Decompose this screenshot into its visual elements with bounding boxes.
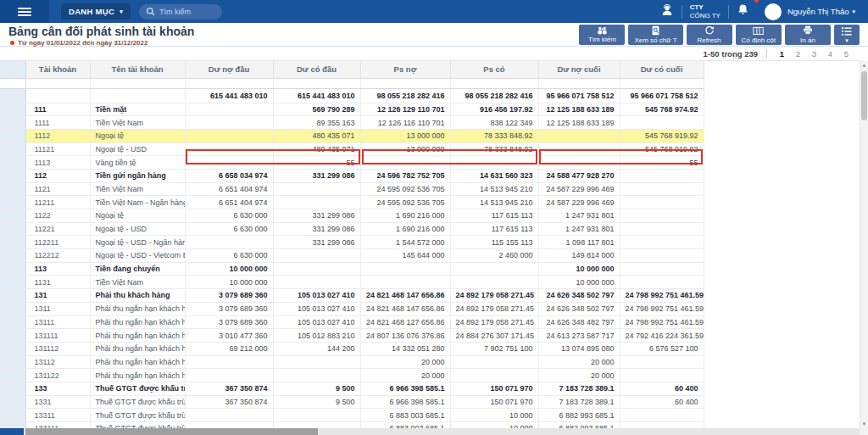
table-row[interactable]: 133111Thuế GTGT được khấu trừ của hàng h… xyxy=(0,422,704,429)
table-row[interactable]: 1131Tiền Việt Nam10 000 00010 000 000 xyxy=(0,276,704,289)
column-header-account[interactable]: Tài khoản xyxy=(25,61,90,78)
table-row[interactable]: 133Thuế GTGT được khấu trừ367 350 8749 5… xyxy=(0,382,704,395)
cell-du-no-cuoi: 1 247 931 801 xyxy=(538,222,620,236)
cell-name: Tiền Việt Nam xyxy=(90,116,185,130)
scrollbar-corner xyxy=(860,428,868,435)
cell-du-no-dau: 3 010 477 360 xyxy=(185,329,273,343)
table-row[interactable]: 1111Tiền Việt Nam89 355 16312 126 116 11… xyxy=(0,116,704,130)
column-header-closing-credit[interactable]: Dư có cuối xyxy=(620,61,704,78)
table-row[interactable]: 131122Phải thu ngắn hạn khách hàng: HĐ đ… xyxy=(0,369,704,382)
cell-du-co-dau xyxy=(273,262,360,276)
table-row[interactable]: 13111Phải thu ngắn hạn khách hàng: hoạt … xyxy=(0,315,704,329)
cell-du-no-dau: 10 000 000 xyxy=(185,262,273,276)
cell-du-co-dau: 89 355 163 xyxy=(273,116,360,130)
page-number[interactable]: 5 xyxy=(840,49,853,59)
cell-ps-no: 13 000 000 xyxy=(360,142,450,156)
page-number[interactable]: 2 xyxy=(792,49,804,59)
table-row[interactable]: 1121Tiền Việt Nam6 651 404 97424 595 092… xyxy=(0,182,704,196)
table-row[interactable]: 1311Phải thu ngắn hạn khách hàng3 079 68… xyxy=(0,302,704,315)
page-number[interactable]: 4 xyxy=(824,49,837,59)
table-row[interactable]: 13311Thuế GTGT được khấu trừ của hàng ho… xyxy=(0,409,704,422)
table-row[interactable]: 112211Ngoại tệ - USD - Ngân hàng...331 2… xyxy=(0,236,704,249)
column-header-account-name[interactable]: Tên tài khoản xyxy=(90,61,185,78)
cell-name: Ngoại tệ - USD - Vietcom Bank xyxy=(90,249,185,263)
cell-du-co-dau: 331 299 086 xyxy=(273,209,360,223)
hamburger-menu-button[interactable] xyxy=(0,0,49,23)
column-header-opening-credit[interactable]: Dư có đầu xyxy=(273,61,360,78)
table-row[interactable]: 1122Ngoại tệ6 630 000331 299 0861 690 21… xyxy=(0,209,704,223)
column-header-closing-debit[interactable]: Dư nợ cuối xyxy=(538,61,620,78)
table-row[interactable]: 1331Thuế GTGT được khấu trừ của hàng hoá… xyxy=(0,395,704,409)
scroll-down-arrow-icon[interactable]: ▼ xyxy=(860,421,868,427)
cell-du-no-cuoi: 24 626 348 502 797 xyxy=(538,289,620,303)
printer-icon xyxy=(803,25,813,36)
cell-name: Thuế GTGT được khấu trừ của hàng hoá dịc… xyxy=(90,395,185,409)
cell-ps-no: 24 595 092 536 705 xyxy=(360,182,450,196)
search-report-button[interactable]: Tìm kiếm xyxy=(579,25,625,45)
table-row[interactable]: 113Tiền đang chuyển10 000 00010 000 000 xyxy=(0,262,704,276)
freeze-columns-button[interactable]: Cố định cột xyxy=(736,25,782,45)
cell-du-no-cuoi: 1 098 117 801 xyxy=(538,236,620,249)
search-input[interactable] xyxy=(159,8,215,16)
cell-du-co-dau: 480 435 071 xyxy=(273,142,360,156)
table-row[interactable]: 11221Ngoại tệ - USD6 630 000331 299 0861… xyxy=(0,222,704,236)
button-label: In ấn xyxy=(800,36,815,44)
button-label: Tìm kiếm xyxy=(588,36,616,43)
table-row[interactable]: 131111Phải thu ngắn hạn khách hàng: HĐ S… xyxy=(0,329,704,343)
cell-du-no-dau xyxy=(185,103,273,116)
table-row[interactable]: 131112Phải thu ngắn hạn khách hàng: HĐ S… xyxy=(0,342,704,355)
global-search-box[interactable] xyxy=(139,4,222,20)
vertical-scrollbar[interactable]: ▲ ▼ xyxy=(860,61,868,428)
scroll-up-arrow-icon[interactable]: ▲ xyxy=(860,63,868,68)
page-number[interactable]: 1 xyxy=(776,49,788,59)
vertical-scrollbar-thumb[interactable] xyxy=(861,71,867,120)
support-button[interactable] xyxy=(653,0,682,23)
user-menu[interactable]: Nguyễn Thị Thảo ▾ xyxy=(757,0,863,23)
table-row[interactable]: 111Tiền mặt569 790 28912 126 129 110 701… xyxy=(0,103,704,116)
horizontal-scrollbar[interactable] xyxy=(24,428,860,435)
column-header-opening-debit[interactable]: Dư nợ đầu xyxy=(185,61,273,78)
table-row[interactable]: 11121Ngoại tệ - USD480 435 07113 000 000… xyxy=(0,142,704,156)
table-row[interactable]: 11211Tiền Việt Nam - Ngân hàng...6 651 4… xyxy=(0,196,704,209)
cell-du-no-dau: 3 079 689 360 xyxy=(185,315,273,329)
view-t-account-button[interactable]: Xem số chữ T xyxy=(628,25,682,45)
cell-du-co-dau: 331 299 086 xyxy=(273,169,360,182)
cell-ps-no: 24 807 136 076 376.86 xyxy=(360,329,450,343)
cell-code: 1131 xyxy=(25,276,90,289)
table-row[interactable]: 131Phải thu khách hàng3 079 689 360105 0… xyxy=(0,289,704,303)
filter-row[interactable] xyxy=(0,78,704,88)
total-debit-movement: 98 055 218 282 416 xyxy=(360,88,450,103)
cell-du-co-cuoi xyxy=(620,262,704,276)
print-button[interactable]: In ấn xyxy=(785,25,831,45)
total-opening-credit: 615 441 483 010 xyxy=(273,88,360,103)
cell-ps-co: 838 122 349 xyxy=(450,116,538,130)
company-selector[interactable]: CTY CÔNG TY xyxy=(682,0,728,23)
cell-du-no-cuoi: 24 588 477 928 270 xyxy=(538,169,620,182)
cell-name: Phải thu khách hàng xyxy=(90,289,185,303)
more-options-button[interactable]: ▾ xyxy=(834,25,860,45)
table-row[interactable]: 112Tiền gửi ngân hàng6 658 034 974331 29… xyxy=(0,169,704,182)
column-header-credit-movement[interactable]: Ps có xyxy=(450,61,538,78)
cell-name: Phải thu ngắn hạn khách hàng: hoạt động … xyxy=(90,355,185,369)
danh-muc-menu-button[interactable]: DANH MỤC ▾ xyxy=(61,3,131,20)
refresh-button[interactable]: Refresh xyxy=(687,25,732,45)
cell-du-co-dau xyxy=(273,409,360,422)
horizontal-scrollbar-thumb[interactable] xyxy=(25,428,318,435)
cell-du-co-dau: 331 299 086 xyxy=(273,222,360,236)
cell-du-no-cuoi: 12 125 188 633 189 xyxy=(538,116,620,130)
cell-du-no-cuoi: 20 000 xyxy=(538,369,620,382)
table-row[interactable]: 112212Ngoại tệ - USD - Vietcom Bank6 630… xyxy=(0,249,704,263)
cell-du-co-cuoi: 60 400 xyxy=(620,395,704,409)
column-header-debit-movement[interactable]: Ps nợ xyxy=(360,61,450,78)
notifications-button[interactable] xyxy=(729,0,757,23)
cell-name: Ngoại tệ - USD - Ngân hàng... xyxy=(90,236,185,249)
table-row[interactable]: 13112Phải thu ngắn hạn khách hàng: hoạt … xyxy=(0,355,704,369)
cell-name: Thuế GTGT được khấu trừ của hàng hoá dịc… xyxy=(90,409,185,422)
table-row[interactable]: 1112Ngoại tệ480 435 07113 000 00078 333 … xyxy=(0,129,704,142)
table-row[interactable]: 1113Vàng tiền tệ5555 xyxy=(0,156,704,170)
cell-du-co-cuoi xyxy=(620,355,704,369)
cell-du-no-cuoi xyxy=(538,156,620,170)
cell-name: Phải thu ngắn hạn khách hàng: HĐ SXKD (.… xyxy=(90,342,185,355)
cell-ps-co: 24 884 276 307 171.45 xyxy=(450,329,538,343)
page-number[interactable]: 3 xyxy=(808,49,821,59)
